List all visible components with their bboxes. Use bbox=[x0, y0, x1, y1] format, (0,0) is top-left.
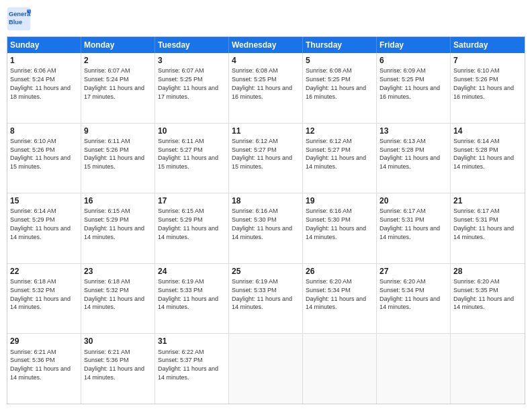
calendar-cell: 6 Sunrise: 6:09 AMSunset: 5:25 PMDayligh… bbox=[377, 53, 451, 123]
calendar-cell: 30 Sunrise: 6:21 AMSunset: 5:36 PMDaylig… bbox=[81, 334, 155, 404]
calendar-cell: 17 Sunrise: 6:15 AMSunset: 5:29 PMDaylig… bbox=[155, 193, 229, 263]
calendar-cell: 9 Sunrise: 6:11 AMSunset: 5:26 PMDayligh… bbox=[81, 124, 155, 193]
calendar-cell: 5 Sunrise: 6:08 AMSunset: 5:25 PMDayligh… bbox=[303, 53, 377, 123]
calendar-cell: 13 Sunrise: 6:13 AMSunset: 5:28 PMDaylig… bbox=[377, 124, 451, 193]
cell-info: Sunrise: 6:10 AMSunset: 5:26 PMDaylight:… bbox=[10, 138, 71, 170]
cell-info: Sunrise: 6:11 AMSunset: 5:26 PMDaylight:… bbox=[84, 138, 144, 170]
header-day-tuesday: Tuesday bbox=[155, 37, 229, 53]
calendar-cell: 31 Sunrise: 6:22 AMSunset: 5:37 PMDaylig… bbox=[155, 334, 229, 404]
calendar-cell: 8 Sunrise: 6:10 AMSunset: 5:26 PMDayligh… bbox=[7, 124, 81, 193]
calendar: SundayMondayTuesdayWednesdayThursdayFrid… bbox=[7, 36, 525, 404]
cell-info: Sunrise: 6:08 AMSunset: 5:25 PMDaylight:… bbox=[306, 67, 366, 99]
calendar-cell: 14 Sunrise: 6:14 AMSunset: 5:28 PMDaylig… bbox=[451, 124, 525, 193]
calendar-row-5: 29 Sunrise: 6:21 AMSunset: 5:36 PMDaylig… bbox=[7, 333, 525, 404]
header-day-wednesday: Wednesday bbox=[229, 37, 303, 53]
cell-info: Sunrise: 6:22 AMSunset: 5:37 PMDaylight:… bbox=[158, 349, 218, 381]
cell-info: Sunrise: 6:18 AMSunset: 5:32 PMDaylight:… bbox=[10, 278, 71, 310]
calendar-header: SundayMondayTuesdayWednesdayThursdayFrid… bbox=[7, 37, 525, 53]
calendar-cell: 24 Sunrise: 6:19 AMSunset: 5:33 PMDaylig… bbox=[155, 264, 229, 334]
calendar-cell: 26 Sunrise: 6:20 AMSunset: 5:34 PMDaylig… bbox=[303, 264, 377, 334]
day-number: 27 bbox=[380, 266, 447, 277]
cell-info: Sunrise: 6:07 AMSunset: 5:24 PMDaylight:… bbox=[84, 67, 144, 99]
calendar-cell: 7 Sunrise: 6:10 AMSunset: 5:26 PMDayligh… bbox=[451, 53, 525, 123]
day-number: 11 bbox=[232, 126, 300, 136]
calendar-cell bbox=[451, 334, 525, 404]
calendar-row-4: 22 Sunrise: 6:18 AMSunset: 5:32 PMDaylig… bbox=[7, 263, 525, 334]
cell-info: Sunrise: 6:20 AMSunset: 5:35 PMDaylight:… bbox=[453, 278, 514, 310]
day-number: 28 bbox=[453, 266, 522, 277]
day-number: 22 bbox=[10, 266, 78, 277]
cell-info: Sunrise: 6:17 AMSunset: 5:31 PMDaylight:… bbox=[380, 208, 440, 240]
cell-info: Sunrise: 6:19 AMSunset: 5:33 PMDaylight:… bbox=[158, 278, 218, 310]
cell-info: Sunrise: 6:14 AMSunset: 5:29 PMDaylight:… bbox=[10, 208, 71, 240]
cell-info: Sunrise: 6:18 AMSunset: 5:32 PMDaylight:… bbox=[84, 278, 144, 310]
day-number: 25 bbox=[232, 266, 300, 277]
day-number: 6 bbox=[380, 55, 447, 66]
calendar-cell: 19 Sunrise: 6:16 AMSunset: 5:30 PMDaylig… bbox=[303, 193, 377, 263]
cell-info: Sunrise: 6:20 AMSunset: 5:34 PMDaylight:… bbox=[306, 278, 366, 310]
calendar-cell: 11 Sunrise: 6:12 AMSunset: 5:27 PMDaylig… bbox=[229, 124, 303, 193]
calendar-cell bbox=[229, 334, 303, 404]
day-number: 3 bbox=[158, 55, 226, 66]
cell-info: Sunrise: 6:14 AMSunset: 5:28 PMDaylight:… bbox=[453, 138, 514, 170]
page: General Blue SundayMondayTuesdayWednesda… bbox=[0, 0, 532, 411]
header-day-saturday: Saturday bbox=[451, 37, 525, 53]
calendar-cell: 12 Sunrise: 6:12 AMSunset: 5:27 PMDaylig… bbox=[303, 124, 377, 193]
day-number: 23 bbox=[84, 266, 152, 277]
cell-info: Sunrise: 6:16 AMSunset: 5:30 PMDaylight:… bbox=[306, 208, 366, 240]
day-number: 13 bbox=[380, 126, 447, 136]
day-number: 30 bbox=[84, 336, 152, 347]
cell-info: Sunrise: 6:12 AMSunset: 5:27 PMDaylight:… bbox=[232, 138, 292, 170]
cell-info: Sunrise: 6:13 AMSunset: 5:28 PMDaylight:… bbox=[380, 138, 440, 170]
cell-info: Sunrise: 6:20 AMSunset: 5:34 PMDaylight:… bbox=[380, 278, 440, 310]
cell-info: Sunrise: 6:06 AMSunset: 5:24 PMDaylight:… bbox=[10, 67, 71, 99]
calendar-cell: 22 Sunrise: 6:18 AMSunset: 5:32 PMDaylig… bbox=[7, 264, 81, 334]
day-number: 10 bbox=[158, 126, 226, 136]
day-number: 19 bbox=[306, 195, 373, 206]
day-number: 7 bbox=[453, 55, 522, 66]
cell-info: Sunrise: 6:10 AMSunset: 5:26 PMDaylight:… bbox=[453, 67, 514, 99]
day-number: 18 bbox=[232, 195, 300, 206]
day-number: 14 bbox=[453, 126, 522, 136]
day-number: 20 bbox=[380, 195, 447, 206]
cell-info: Sunrise: 6:15 AMSunset: 5:29 PMDaylight:… bbox=[158, 208, 218, 240]
calendar-cell: 10 Sunrise: 6:11 AMSunset: 5:27 PMDaylig… bbox=[155, 124, 229, 193]
calendar-cell: 23 Sunrise: 6:18 AMSunset: 5:32 PMDaylig… bbox=[81, 264, 155, 334]
cell-info: Sunrise: 6:09 AMSunset: 5:25 PMDaylight:… bbox=[380, 67, 440, 99]
calendar-cell: 4 Sunrise: 6:08 AMSunset: 5:25 PMDayligh… bbox=[229, 53, 303, 123]
header-day-thursday: Thursday bbox=[303, 37, 377, 53]
calendar-cell: 16 Sunrise: 6:15 AMSunset: 5:29 PMDaylig… bbox=[81, 193, 155, 263]
day-number: 24 bbox=[158, 266, 226, 277]
day-number: 5 bbox=[306, 55, 373, 66]
cell-info: Sunrise: 6:08 AMSunset: 5:25 PMDaylight:… bbox=[232, 67, 292, 99]
cell-info: Sunrise: 6:21 AMSunset: 5:36 PMDaylight:… bbox=[84, 349, 144, 381]
calendar-cell: 1 Sunrise: 6:06 AMSunset: 5:24 PMDayligh… bbox=[7, 53, 81, 123]
cell-info: Sunrise: 6:15 AMSunset: 5:29 PMDaylight:… bbox=[84, 208, 144, 240]
day-number: 12 bbox=[306, 126, 373, 136]
logo: General Blue bbox=[7, 7, 31, 31]
day-number: 26 bbox=[306, 266, 373, 277]
day-number: 31 bbox=[158, 336, 226, 347]
calendar-cell: 20 Sunrise: 6:17 AMSunset: 5:31 PMDaylig… bbox=[377, 193, 451, 263]
day-number: 15 bbox=[10, 195, 78, 206]
calendar-cell: 25 Sunrise: 6:19 AMSunset: 5:33 PMDaylig… bbox=[229, 264, 303, 334]
header-day-monday: Monday bbox=[81, 37, 155, 53]
day-number: 8 bbox=[10, 126, 78, 136]
calendar-cell: 21 Sunrise: 6:17 AMSunset: 5:31 PMDaylig… bbox=[451, 193, 525, 263]
calendar-cell: 28 Sunrise: 6:20 AMSunset: 5:35 PMDaylig… bbox=[451, 264, 525, 334]
calendar-body: 1 Sunrise: 6:06 AMSunset: 5:24 PMDayligh… bbox=[7, 53, 525, 404]
calendar-cell: 18 Sunrise: 6:16 AMSunset: 5:30 PMDaylig… bbox=[229, 193, 303, 263]
calendar-cell: 3 Sunrise: 6:07 AMSunset: 5:25 PMDayligh… bbox=[155, 53, 229, 123]
day-number: 16 bbox=[84, 195, 152, 206]
calendar-cell: 29 Sunrise: 6:21 AMSunset: 5:36 PMDaylig… bbox=[7, 334, 81, 404]
cell-info: Sunrise: 6:16 AMSunset: 5:30 PMDaylight:… bbox=[232, 208, 292, 240]
cell-info: Sunrise: 6:12 AMSunset: 5:27 PMDaylight:… bbox=[306, 138, 366, 170]
day-number: 1 bbox=[10, 55, 78, 66]
cell-info: Sunrise: 6:11 AMSunset: 5:27 PMDaylight:… bbox=[158, 138, 218, 170]
header-day-sunday: Sunday bbox=[7, 37, 81, 53]
day-number: 2 bbox=[84, 55, 152, 66]
day-number: 9 bbox=[84, 126, 152, 136]
calendar-cell: 2 Sunrise: 6:07 AMSunset: 5:24 PMDayligh… bbox=[81, 53, 155, 123]
header: General Blue bbox=[7, 7, 525, 31]
logo-svg: General Blue bbox=[7, 7, 31, 31]
